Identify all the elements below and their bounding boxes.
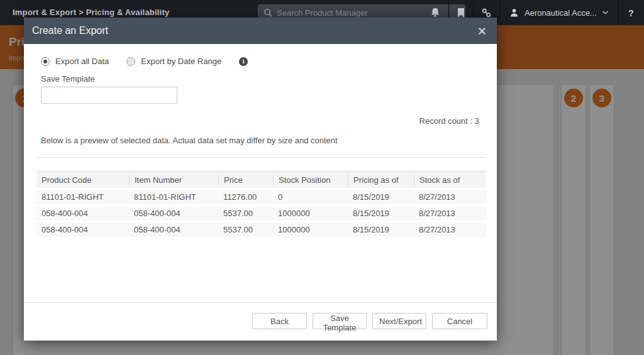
cell: 058-400-004 [129,225,218,234]
cell: 8/27/2013 [414,225,486,234]
cell: 0 [273,192,348,202]
cell: 11276.00 [218,192,273,202]
cell: 5537.00 [218,225,273,234]
export-mode-group: Export all Data Export by Date Range [41,57,248,66]
table-row: 058-400-004 058-400-004 5537.00 1000000 … [36,206,486,221]
radio-button-icon[interactable] [126,57,135,66]
cell: 058-400-004 [36,225,129,234]
dialog-close-button[interactable] [477,26,487,36]
record-count: Record count : 3 [419,116,479,126]
account-label: Aeronautical Acce... [525,8,597,18]
table-header-row: Product Code Item Number Price Stock Pos… [36,171,486,188]
info-icon[interactable] [239,57,248,66]
save-template-input[interactable] [41,87,177,104]
dialog-footer: Back Save Template Next/Export Cancel [252,313,487,329]
cell: 058-400-004 [36,209,129,218]
column-header: Item Number [129,175,218,185]
cell: 8/15/2019 [348,225,414,234]
cell: 81101-01-RIGHT [36,192,129,202]
radio-label: Export all Data [55,57,109,66]
table-row: 058-400-004 058-400-004 5537.00 1000000 … [36,222,486,237]
cell: 8/27/2013 [414,192,486,202]
radio-button-icon[interactable] [41,57,50,66]
back-button[interactable]: Back [252,313,307,329]
cancel-button[interactable]: Cancel [432,313,487,329]
cell: 8/27/2013 [414,209,486,218]
next-export-button[interactable]: Next/Export [372,313,426,329]
search-icon [264,8,272,17]
dialog-body: Export all Data Export by Date Range Sav… [24,44,497,341]
link-icon [481,8,492,18]
save-template-button[interactable]: Save Template [313,313,367,329]
column-header: Price [218,175,273,185]
cell: 058-400-004 [129,209,218,218]
cell: 8/15/2019 [348,209,414,218]
help-button[interactable]: ? [618,0,644,25]
create-export-dialog: Create an Export Export all Data Export … [24,18,497,341]
radio-export-by-date-range[interactable]: Export by Date Range [126,57,221,66]
column-header: Pricing as of [348,175,414,185]
radio-label: Export by Date Range [141,57,221,66]
user-icon [509,8,519,18]
bell-icon [430,7,441,18]
cell: 1000000 [273,209,348,218]
cell: 1000000 [273,225,348,234]
cell: 8/15/2019 [348,192,414,202]
divider [24,302,497,303]
cell: 81101-01-RIGHT [129,192,218,202]
preview-table: Product Code Item Number Price Stock Pos… [36,171,486,237]
divider [36,157,486,158]
table-row: 81101-01-RIGHT 81101-01-RIGHT 11276.00 0… [36,190,486,204]
close-icon [479,28,486,35]
save-template-label: Save Template [41,74,95,84]
dialog-title: Create an Export [32,25,477,36]
column-header: Stock as of [414,175,486,185]
preview-note: Below is a preview of selected data. Act… [41,136,338,145]
column-header: Product Code [36,175,129,185]
account-menu[interactable]: Aeronautical Acce... [500,0,618,25]
dialog-header: Create an Export [24,18,497,44]
radio-export-all-data[interactable]: Export all Data [41,57,109,66]
chevron-down-icon [602,10,609,15]
column-header: Stock Position [273,175,348,185]
cell: 5537.00 [218,209,273,218]
bookmark-icon [457,8,465,18]
